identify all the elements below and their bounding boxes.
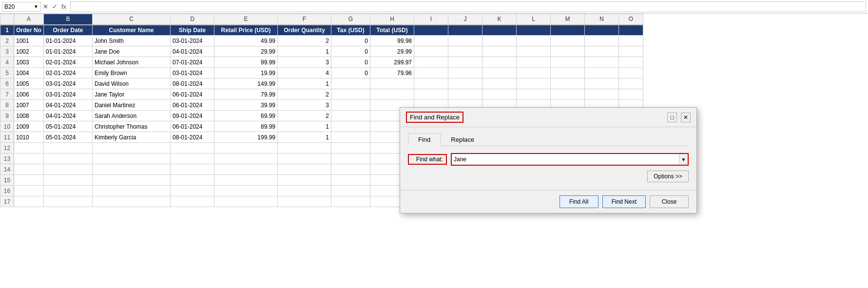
col-header-i[interactable]: I bbox=[414, 14, 448, 25]
cell-7-N[interactable] bbox=[585, 89, 619, 100]
cell-13-G[interactable] bbox=[331, 154, 370, 164]
cell-17-A[interactable] bbox=[14, 196, 44, 207]
cell-14-A[interactable] bbox=[14, 164, 44, 175]
cell-5-I[interactable] bbox=[414, 68, 448, 78]
cell-8-D[interactable]: 06-01-2024 bbox=[171, 100, 214, 111]
cell-15-G[interactable] bbox=[331, 175, 370, 186]
cell-ref-dropdown-icon[interactable]: ▼ bbox=[34, 4, 39, 9]
cell-6-H[interactable] bbox=[370, 78, 414, 89]
cell-15-A[interactable] bbox=[14, 175, 44, 186]
cell-3-B[interactable]: 01-01-2024 bbox=[44, 46, 93, 57]
row-num-4[interactable]: 4 bbox=[0, 57, 14, 68]
row-num-9[interactable]: 9 bbox=[0, 111, 14, 121]
cell-1-C[interactable]: Customer Name bbox=[93, 25, 171, 36]
cell-12-F[interactable] bbox=[278, 143, 331, 154]
cell-17-C[interactable] bbox=[93, 196, 171, 207]
cell-6-E[interactable]: 149.99 bbox=[214, 78, 278, 89]
col-header-e[interactable]: E bbox=[214, 14, 278, 25]
cell-8-E[interactable]: 39.99 bbox=[214, 100, 278, 111]
cell-11-G[interactable] bbox=[331, 132, 370, 143]
col-header-c[interactable]: C bbox=[93, 14, 171, 25]
cell-2-K[interactable] bbox=[482, 36, 517, 46]
cell-2-A[interactable]: 1001 bbox=[14, 36, 44, 46]
cell-1-N[interactable] bbox=[585, 25, 619, 36]
row-num-10[interactable]: 10 bbox=[0, 121, 14, 132]
cell-11-D[interactable]: 08-01-2024 bbox=[171, 132, 214, 143]
cell-8-B[interactable]: 04-01-2024 bbox=[44, 100, 93, 111]
cell-2-J[interactable] bbox=[448, 36, 482, 46]
cell-16-C[interactable] bbox=[93, 186, 171, 196]
tab-replace[interactable]: Replace bbox=[441, 133, 484, 146]
cell-3-D[interactable]: 04-01-2024 bbox=[171, 46, 214, 57]
cell-1-D[interactable]: Ship Date bbox=[171, 25, 214, 36]
cell-1-L[interactable] bbox=[517, 25, 551, 36]
cell-5-G[interactable]: 0 bbox=[331, 68, 370, 78]
cell-3-I[interactable] bbox=[414, 46, 448, 57]
cell-6-G[interactable] bbox=[331, 78, 370, 89]
row-num-13[interactable]: 13 bbox=[0, 154, 14, 164]
cell-5-B[interactable]: 02-01-2024 bbox=[44, 68, 93, 78]
cell-9-G[interactable] bbox=[331, 111, 370, 121]
cell-6-J[interactable] bbox=[448, 78, 482, 89]
cell-7-O[interactable] bbox=[619, 89, 643, 100]
cell-7-D[interactable]: 06-01-2024 bbox=[171, 89, 214, 100]
cell-5-C[interactable]: Emily Brown bbox=[93, 68, 171, 78]
cell-4-E[interactable]: 99.99 bbox=[214, 57, 278, 68]
cell-1-K[interactable] bbox=[482, 25, 517, 36]
cell-15-C[interactable] bbox=[93, 175, 171, 186]
cell-10-E[interactable]: 89.99 bbox=[214, 121, 278, 132]
cell-10-F[interactable]: 1 bbox=[278, 121, 331, 132]
row-num-6[interactable]: 6 bbox=[0, 78, 14, 89]
fx-icon[interactable]: fx bbox=[61, 3, 66, 10]
cell-14-D[interactable] bbox=[171, 164, 214, 175]
cell-6-O[interactable] bbox=[619, 78, 643, 89]
col-header-g[interactable]: G bbox=[331, 14, 370, 25]
row-num-14[interactable]: 14 bbox=[0, 164, 14, 175]
cell-14-C[interactable] bbox=[93, 164, 171, 175]
find-all-button[interactable]: Find All bbox=[559, 195, 598, 207]
cell-8-G[interactable] bbox=[331, 100, 370, 111]
cell-1-J[interactable] bbox=[448, 25, 482, 36]
cell-1-G[interactable]: Tax (USD) bbox=[331, 25, 370, 36]
cell-reference-box[interactable]: B20 ▼ bbox=[2, 2, 41, 12]
cell-3-A[interactable]: 1002 bbox=[14, 46, 44, 57]
cell-11-A[interactable]: 1010 bbox=[14, 132, 44, 143]
cell-12-D[interactable] bbox=[171, 143, 214, 154]
cell-2-M[interactable] bbox=[551, 36, 585, 46]
col-header-f[interactable]: F bbox=[278, 14, 331, 25]
cell-9-E[interactable]: 69.99 bbox=[214, 111, 278, 121]
cell-1-F[interactable]: Order Quantity bbox=[278, 25, 331, 36]
cell-6-I[interactable] bbox=[414, 78, 448, 89]
cell-17-D[interactable] bbox=[171, 196, 214, 207]
cell-6-C[interactable]: David Wilson bbox=[93, 78, 171, 89]
cell-7-H[interactable] bbox=[370, 89, 414, 100]
cell-3-H[interactable]: 29.99 bbox=[370, 46, 414, 57]
col-header-m[interactable]: M bbox=[551, 14, 585, 25]
cell-7-K[interactable] bbox=[482, 89, 517, 100]
cell-7-G[interactable] bbox=[331, 89, 370, 100]
cell-4-B[interactable]: 02-01-2024 bbox=[44, 57, 93, 68]
cell-5-D[interactable]: 03-01-2024 bbox=[171, 68, 214, 78]
cell-5-O[interactable] bbox=[619, 68, 643, 78]
cell-12-E[interactable] bbox=[214, 143, 278, 154]
row-num-2[interactable]: 2 bbox=[0, 36, 14, 46]
cell-12-G[interactable] bbox=[331, 143, 370, 154]
cell-4-C[interactable]: Michael Johnson bbox=[93, 57, 171, 68]
options-button[interactable]: Options >> bbox=[647, 171, 689, 182]
cell-9-C[interactable]: Sarah Anderson bbox=[93, 111, 171, 121]
cell-17-B[interactable] bbox=[44, 196, 93, 207]
col-header-b[interactable]: B bbox=[44, 14, 93, 25]
cell-15-F[interactable] bbox=[278, 175, 331, 186]
cell-10-G[interactable] bbox=[331, 121, 370, 132]
dialog-maximize-button[interactable]: □ bbox=[667, 113, 677, 122]
cell-3-O[interactable] bbox=[619, 46, 643, 57]
cell-5-L[interactable] bbox=[517, 68, 551, 78]
cell-1-O[interactable] bbox=[619, 25, 643, 36]
find-next-button[interactable]: Find Next bbox=[602, 195, 646, 207]
cell-2-H[interactable]: 99.98 bbox=[370, 36, 414, 46]
cell-5-J[interactable] bbox=[448, 68, 482, 78]
cell-5-F[interactable]: 4 bbox=[278, 68, 331, 78]
row-num-17[interactable]: 17 bbox=[0, 196, 14, 207]
cell-15-D[interactable] bbox=[171, 175, 214, 186]
cell-4-K[interactable] bbox=[482, 57, 517, 68]
